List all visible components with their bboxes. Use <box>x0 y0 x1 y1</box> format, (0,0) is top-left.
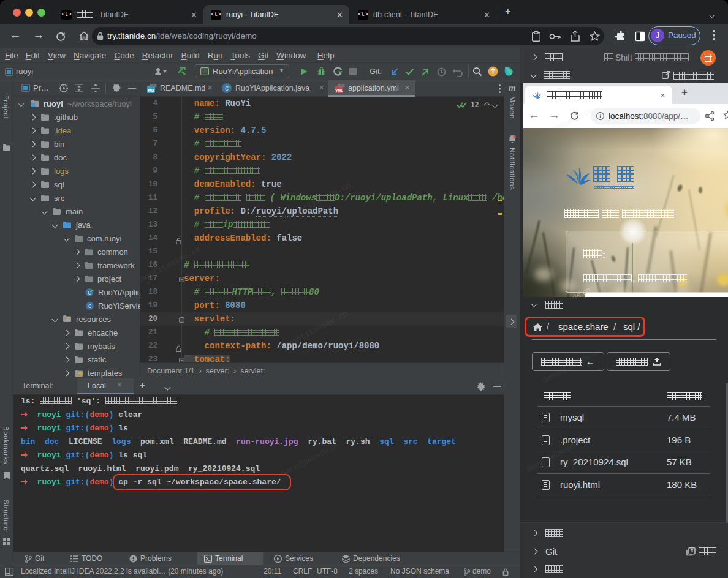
svg-text:C: C <box>88 290 91 296</box>
svg-text:YML: YML <box>335 89 343 92</box>
svg-text:MD: MD <box>148 88 154 92</box>
svg-text:C: C <box>88 303 92 310</box>
